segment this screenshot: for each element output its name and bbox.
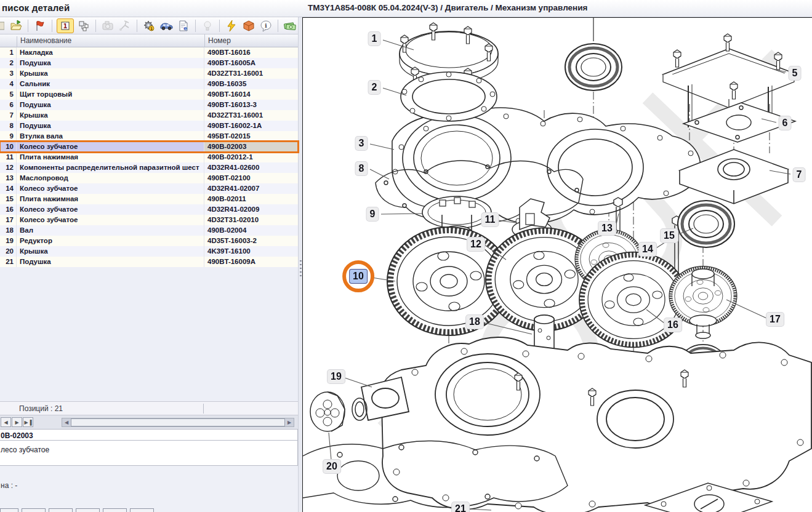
- diagram-callout-2[interactable]: 2: [369, 81, 380, 94]
- panel-splitter[interactable]: [298, 17, 302, 512]
- table-row[interactable]: 2Подушка490BT-16005A: [0, 58, 298, 68]
- cell-num: 4D32R41-02009: [204, 204, 298, 215]
- cell-n: 15: [0, 194, 17, 204]
- table-row[interactable]: 11Плита нажимная490B-02012-1: [0, 152, 298, 162]
- info-button[interactable]: i: [259, 18, 273, 33]
- money-icon: [283, 20, 297, 32]
- cell-name: Колесо зубчатое: [17, 142, 204, 152]
- diagram-callout-1[interactable]: 1: [369, 32, 380, 46]
- info-bubble-icon: i: [260, 20, 272, 32]
- bottom-button[interactable]: [103, 508, 127, 512]
- diagram-callout-3[interactable]: 3: [356, 137, 368, 150]
- callout-numbers-toggle[interactable]: 1: [57, 18, 74, 33]
- bulb-button[interactable]: [200, 18, 215, 33]
- diagram-callout-17[interactable]: 17: [766, 313, 784, 326]
- document-button[interactable]: e: [176, 18, 191, 33]
- column-divider[interactable]: [204, 34, 205, 47]
- diagram-callout-10[interactable]: 10: [350, 270, 367, 283]
- table-row[interactable]: 4Сальник490B-16035: [0, 79, 298, 89]
- table-row[interactable]: 14Колесо зубчатое4D32R41-02007: [0, 183, 298, 194]
- bottom-button[interactable]: [76, 508, 100, 512]
- scrollbar-thumb[interactable]: [71, 418, 285, 426]
- cell-name: Подушка: [17, 58, 204, 68]
- lightning-icon: [226, 20, 237, 32]
- status-divider: [203, 404, 204, 414]
- money-button[interactable]: [283, 18, 297, 33]
- diagram-callout-5[interactable]: 5: [789, 66, 801, 80]
- table-row[interactable]: 5Щит торцовый490BT-16014: [0, 89, 298, 100]
- cell-num: 490B-02012-1: [204, 152, 298, 162]
- cell-n: 14: [0, 183, 17, 194]
- vehicle-button[interactable]: [159, 18, 174, 33]
- table-row[interactable]: 8Подушка490BT-16002-1A: [0, 121, 298, 131]
- table-row[interactable]: 7Крышка4D32ZT31-16001: [0, 110, 298, 121]
- flag-button[interactable]: [33, 18, 47, 33]
- lightning-button[interactable]: [224, 18, 239, 33]
- table-row[interactable]: 19Редуктор4D35T-16003-2: [0, 236, 298, 246]
- part-bearing-4: [565, 44, 622, 90]
- gear-price-button[interactable]: 1: [142, 18, 156, 33]
- bottom-button[interactable]: [22, 508, 46, 512]
- table-row[interactable]: 17Колесо зубчатое4D32T31-02010: [0, 215, 298, 225]
- diagram-callout-11[interactable]: 11: [482, 213, 499, 226]
- bottom-button[interactable]: [0, 508, 18, 512]
- number-column-header[interactable]: Номер: [208, 36, 231, 45]
- diagram-callout-19[interactable]: 19: [328, 370, 345, 383]
- open-catalog-button[interactable]: [9, 18, 23, 33]
- diagram-callout-8[interactable]: 8: [356, 162, 368, 175]
- window-header: писок деталей ТМ3Y1A854-008К 05.04.2024(…: [0, 0, 812, 17]
- diagram-callout-14[interactable]: 14: [639, 242, 656, 256]
- diagram-callout-18[interactable]: 18: [466, 315, 483, 329]
- table-row[interactable]: 21Подушка490BT-16009A: [0, 257, 298, 267]
- camera-icon: [102, 20, 114, 32]
- toolbar-separator: [52, 20, 52, 32]
- table-row[interactable]: 13Маслопровод490BT-02100: [0, 173, 298, 183]
- cell-n: 2: [0, 58, 17, 68]
- diagram-callout-6[interactable]: 6: [779, 116, 791, 130]
- hierarchy-button[interactable]: [76, 18, 91, 33]
- cube-button[interactable]: [241, 18, 256, 33]
- table-row[interactable]: 15Плита нажимная490B-02011: [0, 194, 298, 204]
- table-row[interactable]: 20Крышка4K39T-16100: [0, 246, 298, 257]
- scroll-left-arrow[interactable]: ◀: [62, 418, 71, 426]
- table-row[interactable]: 3Крышка4D32ZT31-16001: [0, 68, 298, 79]
- bottom-button[interactable]: [130, 508, 154, 512]
- diagram-callout-20[interactable]: 20: [323, 460, 340, 473]
- horizontal-scrollbar[interactable]: ◀ ▶: [62, 418, 294, 427]
- svg-text:i: i: [265, 22, 267, 28]
- next-page-button[interactable]: ▶: [12, 417, 22, 427]
- axle-button[interactable]: [118, 18, 132, 33]
- clipped-toolbar-button[interactable]: [0, 18, 6, 33]
- table-empty-area: [0, 267, 298, 401]
- cell-num: 490BT-16014: [204, 89, 298, 100]
- toolbar-separator: [95, 20, 96, 32]
- diagram-callout-12[interactable]: 12: [467, 238, 484, 251]
- camera-button[interactable]: [100, 18, 115, 33]
- table-row[interactable]: 16Колесо зубчатое4D32R41-02009: [0, 204, 298, 215]
- cell-num: 490B-02003: [204, 142, 298, 152]
- table-row[interactable]: 6Подушка490BT-16013-3: [0, 100, 298, 110]
- cell-n: 11: [0, 152, 17, 162]
- bottom-button[interactable]: [49, 508, 73, 512]
- last-page-button[interactable]: ▶▐: [23, 417, 33, 427]
- name-column-header[interactable]: Наименование: [20, 36, 71, 45]
- diagram-callout-7[interactable]: 7: [794, 168, 805, 182]
- table-row[interactable]: 12Компоненты распределительной паразитно…: [0, 162, 298, 173]
- cell-name: Колесо зубчатое: [17, 204, 204, 215]
- bulb-icon: [201, 20, 214, 32]
- diagram-callout-16[interactable]: 16: [664, 318, 681, 332]
- scroll-right-arrow[interactable]: ▶: [285, 418, 294, 426]
- diagram-callout-13[interactable]: 13: [598, 222, 616, 235]
- table-row[interactable]: 9Втулка вала495BT-02015: [0, 131, 298, 142]
- diagram-callout-15[interactable]: 15: [661, 229, 678, 242]
- table-row[interactable]: 1Накладка490BT-16016: [0, 47, 298, 58]
- table-row[interactable]: 10Колесо зубчатое490B-02003: [0, 142, 298, 152]
- diagram-callout-21[interactable]: 21: [452, 502, 469, 512]
- cell-name: Плита нажимная: [17, 152, 204, 162]
- part-gasket-2: [401, 72, 497, 121]
- table-row[interactable]: 18Вал490B-02004: [0, 225, 298, 236]
- prev-page-button[interactable]: ◀: [1, 417, 11, 427]
- diagram-callout-9[interactable]: 9: [367, 207, 379, 221]
- diagram-panel: 12356789101112131415161718192021: [302, 17, 812, 512]
- cell-num: 490B-16035: [204, 79, 298, 89]
